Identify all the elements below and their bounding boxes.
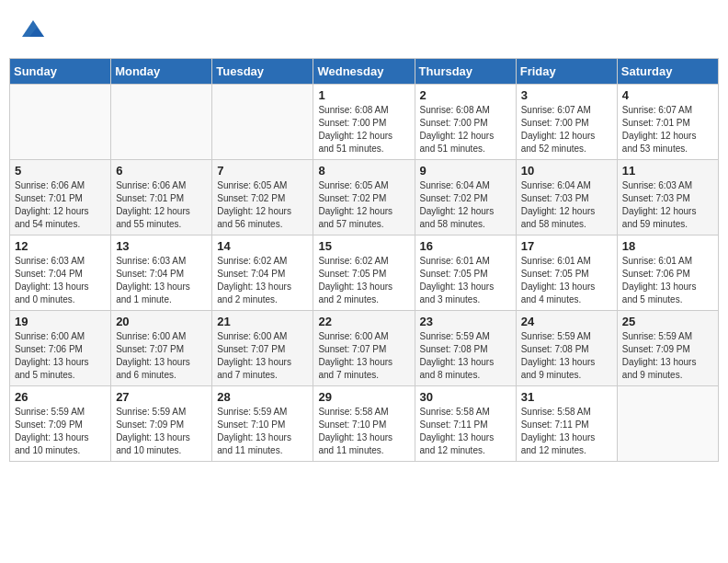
day-number: 13	[116, 239, 207, 253]
day-info: Sunrise: 6:05 AM Sunset: 7:02 PM Dayligh…	[318, 179, 409, 231]
calendar-cell: 8Sunrise: 6:05 AM Sunset: 7:02 PM Daylig…	[313, 160, 415, 236]
day-header-saturday: Saturday	[617, 59, 718, 85]
calendar-cell: 9Sunrise: 6:04 AM Sunset: 7:02 PM Daylig…	[415, 160, 516, 236]
calendar-cell: 21Sunrise: 6:00 AM Sunset: 7:07 PM Dayli…	[212, 311, 313, 386]
day-header-thursday: Thursday	[415, 59, 516, 85]
day-info: Sunrise: 6:02 AM Sunset: 7:04 PM Dayligh…	[217, 255, 308, 306]
calendar-cell: 3Sunrise: 6:07 AM Sunset: 7:00 PM Daylig…	[516, 85, 617, 160]
day-number: 3	[521, 88, 612, 102]
day-number: 28	[217, 390, 308, 404]
day-info: Sunrise: 5:58 AM Sunset: 7:11 PM Dayligh…	[521, 406, 612, 457]
day-info: Sunrise: 5:59 AM Sunset: 7:10 PM Dayligh…	[217, 406, 308, 457]
day-number: 21	[217, 315, 308, 328]
calendar-cell: 30Sunrise: 5:58 AM Sunset: 7:11 PM Dayli…	[415, 386, 516, 462]
calendar-cell	[617, 386, 718, 462]
calendar-cell: 27Sunrise: 5:59 AM Sunset: 7:09 PM Dayli…	[111, 386, 212, 462]
calendar-cell	[212, 85, 313, 160]
calendar-cell: 6Sunrise: 6:06 AM Sunset: 7:01 PM Daylig…	[111, 160, 212, 236]
day-info: Sunrise: 5:58 AM Sunset: 7:11 PM Dayligh…	[420, 406, 511, 457]
day-info: Sunrise: 5:58 AM Sunset: 7:10 PM Dayligh…	[318, 406, 409, 457]
day-number: 1	[318, 88, 409, 102]
day-info: Sunrise: 6:07 AM Sunset: 7:01 PM Dayligh…	[622, 104, 713, 155]
day-info: Sunrise: 6:04 AM Sunset: 7:02 PM Dayligh…	[420, 179, 511, 231]
calendar-cell: 12Sunrise: 6:03 AM Sunset: 7:04 PM Dayli…	[10, 236, 111, 311]
calendar-week-row: 1Sunrise: 6:08 AM Sunset: 7:00 PM Daylig…	[10, 85, 719, 160]
day-number: 9	[420, 164, 511, 178]
day-info: Sunrise: 6:07 AM Sunset: 7:00 PM Dayligh…	[521, 104, 612, 155]
calendar-week-row: 12Sunrise: 6:03 AM Sunset: 7:04 PM Dayli…	[10, 236, 719, 311]
day-info: Sunrise: 6:00 AM Sunset: 7:07 PM Dayligh…	[116, 330, 207, 382]
day-info: Sunrise: 6:03 AM Sunset: 7:04 PM Dayligh…	[15, 255, 106, 306]
day-number: 15	[318, 239, 409, 253]
day-header-sunday: Sunday	[10, 59, 111, 85]
day-header-tuesday: Tuesday	[212, 59, 313, 85]
calendar-body: 1Sunrise: 6:08 AM Sunset: 7:00 PM Daylig…	[10, 85, 719, 462]
calendar-week-row: 19Sunrise: 6:00 AM Sunset: 7:06 PM Dayli…	[10, 311, 719, 386]
calendar-cell: 13Sunrise: 6:03 AM Sunset: 7:04 PM Dayli…	[111, 236, 212, 311]
day-number: 25	[622, 315, 713, 328]
day-info: Sunrise: 6:01 AM Sunset: 7:05 PM Dayligh…	[521, 255, 612, 306]
day-number: 27	[116, 390, 207, 404]
day-number: 7	[217, 164, 308, 178]
calendar-header-row: SundayMondayTuesdayWednesdayThursdayFrid…	[10, 59, 719, 85]
day-number: 19	[15, 315, 106, 328]
day-number: 10	[521, 164, 612, 178]
calendar-cell	[111, 85, 212, 160]
logo	[18, 18, 46, 49]
day-info: Sunrise: 5:59 AM Sunset: 7:08 PM Dayligh…	[521, 330, 612, 382]
calendar-week-row: 5Sunrise: 6:06 AM Sunset: 7:01 PM Daylig…	[10, 160, 719, 236]
day-info: Sunrise: 6:04 AM Sunset: 7:03 PM Dayligh…	[521, 179, 612, 231]
day-info: Sunrise: 5:59 AM Sunset: 7:09 PM Dayligh…	[15, 406, 106, 457]
day-header-monday: Monday	[111, 59, 212, 85]
calendar-cell: 7Sunrise: 6:05 AM Sunset: 7:02 PM Daylig…	[212, 160, 313, 236]
calendar-cell: 22Sunrise: 6:00 AM Sunset: 7:07 PM Dayli…	[313, 311, 415, 386]
day-info: Sunrise: 5:59 AM Sunset: 7:09 PM Dayligh…	[622, 330, 713, 382]
calendar-cell: 18Sunrise: 6:01 AM Sunset: 7:06 PM Dayli…	[617, 236, 718, 311]
day-number: 6	[116, 164, 207, 178]
day-info: Sunrise: 6:05 AM Sunset: 7:02 PM Dayligh…	[217, 179, 308, 231]
day-info: Sunrise: 6:02 AM Sunset: 7:05 PM Dayligh…	[318, 255, 409, 306]
calendar-cell: 2Sunrise: 6:08 AM Sunset: 7:00 PM Daylig…	[415, 85, 516, 160]
logo-icon	[20, 18, 46, 44]
day-header-friday: Friday	[516, 59, 617, 85]
day-info: Sunrise: 6:08 AM Sunset: 7:00 PM Dayligh…	[318, 104, 409, 155]
day-info: Sunrise: 6:03 AM Sunset: 7:03 PM Dayligh…	[622, 179, 713, 231]
day-number: 22	[318, 315, 409, 328]
calendar-cell: 31Sunrise: 5:58 AM Sunset: 7:11 PM Dayli…	[516, 386, 617, 462]
calendar-cell: 4Sunrise: 6:07 AM Sunset: 7:01 PM Daylig…	[617, 85, 718, 160]
day-header-wednesday: Wednesday	[313, 59, 415, 85]
day-number: 5	[15, 164, 106, 178]
calendar-cell: 19Sunrise: 6:00 AM Sunset: 7:06 PM Dayli…	[10, 311, 111, 386]
day-number: 24	[521, 315, 612, 328]
calendar-cell: 24Sunrise: 5:59 AM Sunset: 7:08 PM Dayli…	[516, 311, 617, 386]
day-number: 29	[318, 390, 409, 404]
calendar-cell: 1Sunrise: 6:08 AM Sunset: 7:00 PM Daylig…	[313, 85, 415, 160]
calendar-cell	[10, 85, 111, 160]
calendar-cell: 20Sunrise: 6:00 AM Sunset: 7:07 PM Dayli…	[111, 311, 212, 386]
day-info: Sunrise: 5:59 AM Sunset: 7:09 PM Dayligh…	[116, 406, 207, 457]
calendar-cell: 16Sunrise: 6:01 AM Sunset: 7:05 PM Dayli…	[415, 236, 516, 311]
day-info: Sunrise: 6:00 AM Sunset: 7:06 PM Dayligh…	[15, 330, 106, 382]
calendar-cell: 29Sunrise: 5:58 AM Sunset: 7:10 PM Dayli…	[313, 386, 415, 462]
calendar-cell: 10Sunrise: 6:04 AM Sunset: 7:03 PM Dayli…	[516, 160, 617, 236]
day-number: 31	[521, 390, 612, 404]
calendar-cell: 28Sunrise: 5:59 AM Sunset: 7:10 PM Dayli…	[212, 386, 313, 462]
day-number: 23	[420, 315, 511, 328]
day-info: Sunrise: 6:06 AM Sunset: 7:01 PM Dayligh…	[15, 179, 106, 231]
day-number: 4	[622, 88, 713, 102]
calendar-cell: 25Sunrise: 5:59 AM Sunset: 7:09 PM Dayli…	[617, 311, 718, 386]
calendar-cell: 26Sunrise: 5:59 AM Sunset: 7:09 PM Dayli…	[10, 386, 111, 462]
day-number: 8	[318, 164, 409, 178]
day-number: 18	[622, 239, 713, 253]
day-number: 20	[116, 315, 207, 328]
calendar-week-row: 26Sunrise: 5:59 AM Sunset: 7:09 PM Dayli…	[10, 386, 719, 462]
calendar-cell: 15Sunrise: 6:02 AM Sunset: 7:05 PM Dayli…	[313, 236, 415, 311]
calendar: SundayMondayTuesdayWednesdayThursdayFrid…	[9, 58, 719, 462]
day-info: Sunrise: 6:06 AM Sunset: 7:01 PM Dayligh…	[116, 179, 207, 231]
day-info: Sunrise: 6:08 AM Sunset: 7:00 PM Dayligh…	[420, 104, 511, 155]
day-info: Sunrise: 6:00 AM Sunset: 7:07 PM Dayligh…	[318, 330, 409, 382]
day-number: 12	[15, 239, 106, 253]
calendar-cell: 14Sunrise: 6:02 AM Sunset: 7:04 PM Dayli…	[212, 236, 313, 311]
day-info: Sunrise: 6:03 AM Sunset: 7:04 PM Dayligh…	[116, 255, 207, 306]
calendar-cell: 17Sunrise: 6:01 AM Sunset: 7:05 PM Dayli…	[516, 236, 617, 311]
